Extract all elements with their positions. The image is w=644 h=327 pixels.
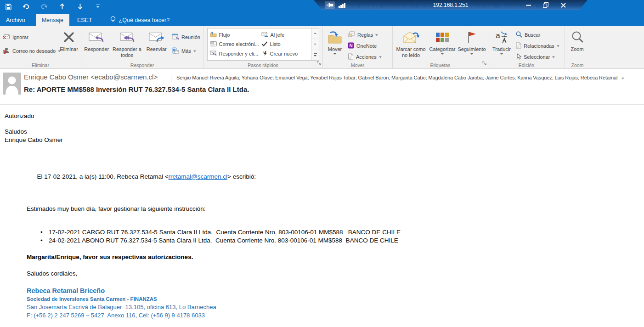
group-label-pasos-rapidos: Pasos rápidos (203, 62, 322, 68)
quickstep-correo-electronico[interactable]: Correo electróni... (210, 41, 259, 47)
close-icon[interactable] (560, 2, 566, 8)
previous-item-icon[interactable] (58, 3, 66, 10)
email-message-icon (210, 41, 217, 47)
ignore-icon (3, 34, 10, 40)
message-header: Enrique Cabo Osmer <ecabo@scarmen.cl> Se… (0, 69, 644, 105)
undo-icon[interactable] (23, 3, 30, 10)
message-body: Autorizado Saludos Enrique Cabo Osmer El… (0, 105, 644, 327)
chevron-down-icon (193, 51, 196, 53)
signature-company: Sociedad de Inversiones Santa Carmen - F… (27, 295, 635, 303)
quick-steps-scrollbar (311, 28, 319, 60)
zoom-magnifier-icon (571, 29, 584, 45)
minimize-icon[interactable] (525, 2, 531, 8)
quoted-email-link[interactable]: rretamal@scarmen.cl (169, 173, 227, 180)
group-label-responder: Responder (81, 62, 203, 68)
quick-access-toolbar (5, 3, 102, 10)
categorizar-button[interactable]: Categorizar (428, 27, 457, 55)
categorize-icon (435, 29, 449, 45)
reenviar-button[interactable]: Reenviar (143, 27, 170, 52)
group-mover: Mover Reglas N OneNote Acciones Mover (323, 26, 393, 68)
customize-quick-access-icon[interactable] (94, 3, 102, 10)
recipients-expand-icon[interactable] (621, 78, 624, 80)
signature-block: Rebeca Retamal Briceño Sociedad de Inver… (27, 286, 635, 327)
quickstep-listo[interactable]: Listo (261, 41, 311, 47)
tell-me-label: ¿Qué desea hacer? (119, 17, 170, 23)
folder-arrow-icon (210, 32, 217, 38)
tab-archivo[interactable]: Archivo (0, 14, 31, 26)
group-pasos-rapidos: Flujo Correo electróni... Responder y el… (203, 26, 323, 68)
chevron-down-icon (500, 53, 503, 56)
title-bar: RE: APORTE MM$588 Inversión RUT 76.327.5… (0, 0, 644, 14)
pin-icon[interactable] (325, 1, 335, 9)
list-item: 17-02-2021 CARGO RUT 76.327.534-5 Santa … (27, 228, 635, 237)
traducir-button[interactable]: a Traducir (489, 27, 514, 55)
save-icon[interactable] (5, 3, 12, 10)
quickstep-crear-nuevo[interactable]: Crear nuevo (261, 51, 311, 57)
svg-text:a: a (496, 31, 500, 40)
correo-no-deseado-button[interactable]: Correo no deseado (1, 46, 58, 55)
buscar-button[interactable]: Buscar (514, 30, 561, 39)
delete-x-icon (63, 29, 74, 45)
chevron-down-icon (375, 34, 378, 37)
ribbon-tab-row: Archivo Mensaje ESET ¿Qué desea hacer? (0, 14, 644, 26)
unread-envelope-icon (403, 29, 419, 45)
to-manager-icon (261, 32, 268, 38)
list-item: 24-02-2021 ABONO RUT 76.327.534-5 Santa … (27, 237, 635, 245)
responder-a-todos-button[interactable]: Responder a todos (111, 27, 143, 58)
eliminar-button[interactable]: Eliminar (58, 27, 80, 52)
search-icon (516, 31, 522, 39)
quote-intro: El 17-02-2021, a la(s) 11:00, Rebeca Ret… (27, 164, 635, 189)
rdp-address: 192.168.1.251 (433, 2, 469, 8)
instruction-list: 17-02-2021 CARGO RUT 76.327.534-5 Santa … (27, 228, 635, 245)
quote-instruction: Estimados muy buen día, favor gestionar … (27, 205, 635, 213)
seleccionar-button[interactable]: Seleccionar (514, 52, 561, 61)
zoom-button[interactable]: Zoom (566, 27, 588, 52)
acciones-button[interactable]: Acciones (346, 52, 384, 61)
group-etiquetas: Marcar como no leído Categorizar Seguimi… (393, 26, 488, 68)
chevron-down-icon (557, 45, 559, 48)
chevron-down-icon (470, 53, 473, 56)
dialog-launcher-icon[interactable] (482, 59, 486, 67)
create-new-icon (261, 51, 268, 57)
quickstep-flujo[interactable]: Flujo (210, 32, 259, 38)
reply-delete-icon (210, 51, 217, 57)
onenote-button[interactable]: N OneNote (346, 41, 384, 50)
junk-mail-icon (3, 47, 10, 55)
quick-steps-gallery: Flujo Correo electróni... Responder y el… (207, 28, 319, 61)
chevron-down-icon (441, 53, 444, 56)
relacionadas-button[interactable]: Relacionadas (514, 41, 561, 50)
seguimiento-button[interactable]: Seguimiento (457, 27, 487, 55)
dialog-launcher-icon[interactable] (317, 59, 321, 67)
more-respond-icon (172, 47, 179, 55)
responder-button[interactable]: Responder (82, 27, 111, 52)
reunion-button[interactable]: Reunión (170, 33, 202, 41)
reglas-button[interactable]: Reglas (346, 30, 384, 39)
mover-button[interactable]: Mover (324, 27, 346, 55)
marcar-no-leido-button[interactable]: Marcar como no leído (394, 27, 428, 58)
ribbon: Ignorar Correo no deseado Eliminar Elimi… (0, 26, 644, 69)
signature-mail-line: Mail: rretamal@scarmen.cl (27, 319, 635, 327)
reply-envelope-icon (89, 29, 104, 45)
svg-text:N: N (349, 43, 352, 48)
tab-mensaje[interactable]: Mensaje (36, 14, 69, 26)
quickstep-al-jefe[interactable]: Al jefe (261, 32, 311, 38)
tell-me-box[interactable]: ¿Qué desea hacer? (106, 14, 175, 26)
tab-eset[interactable]: ESET (71, 14, 98, 26)
redo-icon (40, 3, 48, 10)
group-label-mover: Mover (323, 62, 392, 68)
quickstep-responder-y-eliminar[interactable]: Responder y eli... (210, 51, 259, 57)
quick-steps-scroll-up[interactable] (312, 28, 319, 39)
restore-icon[interactable] (542, 2, 549, 8)
mas-button[interactable]: Más (170, 46, 202, 55)
signature-phone: F: (+56 2) 2 247 5269 – 5427 Anexo 116, … (27, 311, 635, 320)
next-item-icon[interactable] (76, 3, 84, 10)
connection-quality-icon[interactable] (339, 3, 345, 8)
group-eliminar: Ignorar Correo no deseado Eliminar Elimi… (0, 26, 81, 68)
chevron-down-icon (552, 56, 555, 59)
sender-line[interactable]: Enrique Cabo Osmer <ecabo@scarmen.cl> (24, 73, 158, 81)
ignorar-button[interactable]: Ignorar (1, 33, 58, 41)
recipients-line[interactable]: Sergio Manuel Rivera Aguila; Yohana Olav… (176, 75, 636, 80)
quick-steps-scroll-down[interactable] (312, 39, 319, 50)
body-greeting: Saludos (5, 128, 635, 136)
translate-icon: a (495, 29, 508, 45)
